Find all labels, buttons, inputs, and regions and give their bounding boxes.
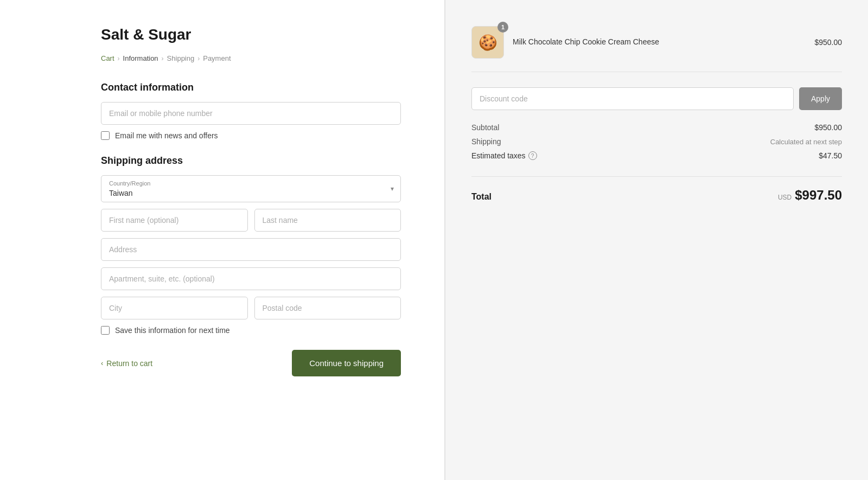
shipping-value: Calculated at next step [770,138,842,146]
taxes-label: Estimated taxes [471,151,526,160]
apartment-group [101,267,401,290]
save-info-row: Save this information for next time [101,326,401,335]
item-name: Milk Chocolate Chip Cookie Cream Cheese [513,37,806,48]
address-input[interactable] [101,238,401,261]
item-price: $950.00 [814,38,842,47]
save-info-checkbox[interactable] [101,326,110,335]
item-emoji: 🍪 [478,34,497,52]
total-currency: USD [778,194,792,201]
item-quantity-badge: 1 [497,22,508,33]
country-select-wrapper[interactable]: Country/Region Taiwan United States Japa… [101,175,401,202]
name-group [101,209,401,232]
breadcrumb-information: Information [123,54,158,62]
total-value-wrap: USD $997.50 [778,188,842,203]
item-info: Milk Chocolate Chip Cookie Cream Cheese [513,37,806,48]
email-input[interactable] [101,102,401,125]
newsletter-label[interactable]: Email me with news and offers [115,131,218,140]
order-summary-panel: 🍪 1 Milk Chocolate Chip Cookie Cream Che… [445,0,868,480]
subtotal-value: $950.00 [814,123,842,132]
newsletter-checkbox[interactable] [101,131,110,140]
breadcrumb-shipping: Shipping [167,54,195,62]
return-label: Return to cart [106,359,152,368]
store-title: Salt & Sugar [101,26,401,43]
subtotal-row: Subtotal $950.00 [471,123,842,132]
form-actions: ‹ Return to cart Continue to shipping [101,350,401,376]
sep-2: › [162,55,164,62]
sep-1: › [118,55,120,62]
discount-code-input[interactable] [471,87,794,110]
continue-to-shipping-button[interactable]: Continue to shipping [292,350,401,376]
total-amount: $997.50 [795,188,842,203]
country-label: Country/Region [101,176,400,188]
chevron-left-icon: ‹ [101,359,103,367]
apply-discount-button[interactable]: Apply [799,87,842,110]
help-icon[interactable]: ? [528,151,537,160]
city-input[interactable] [101,297,248,319]
first-name-input[interactable] [101,209,248,232]
taxes-label-wrapper: Estimated taxes ? [471,151,537,160]
shipping-label: Shipping [471,137,501,146]
apartment-input[interactable] [101,267,401,290]
checkout-left-panel: Salt & Sugar Cart › Information › Shippi… [0,0,445,480]
discount-row: Apply [471,87,842,110]
total-label: Total [471,192,492,202]
breadcrumb-cart[interactable]: Cart [101,54,114,62]
last-name-input[interactable] [254,209,401,232]
total-row: Total USD $997.50 [471,188,842,203]
shipping-title: Shipping address [101,155,401,167]
sep-3: › [197,55,200,62]
summary-rows: Subtotal $950.00 Shipping Calculated at … [471,123,842,177]
address-group [101,238,401,261]
newsletter-row: Email me with news and offers [101,131,401,140]
taxes-row: Estimated taxes ? $47.50 [471,151,842,160]
save-info-label[interactable]: Save this information for next time [115,326,230,335]
email-group [101,102,401,125]
breadcrumb: Cart › Information › Shipping › Payment [101,54,401,62]
contact-title: Contact information [101,82,401,93]
shipping-row: Shipping Calculated at next step [471,137,842,146]
order-item: 🍪 1 Milk Chocolate Chip Cookie Cream Che… [471,26,842,72]
breadcrumb-payment: Payment [203,54,231,62]
country-select[interactable]: Taiwan United States Japan [101,188,400,202]
taxes-value: $47.50 [819,151,842,160]
city-postal-group [101,297,401,319]
item-image-wrapper: 🍪 1 [471,26,504,59]
subtotal-label: Subtotal [471,123,499,132]
postal-input[interactable] [254,297,401,319]
return-to-cart-link[interactable]: ‹ Return to cart [101,359,152,368]
country-group: Country/Region Taiwan United States Japa… [101,175,401,202]
